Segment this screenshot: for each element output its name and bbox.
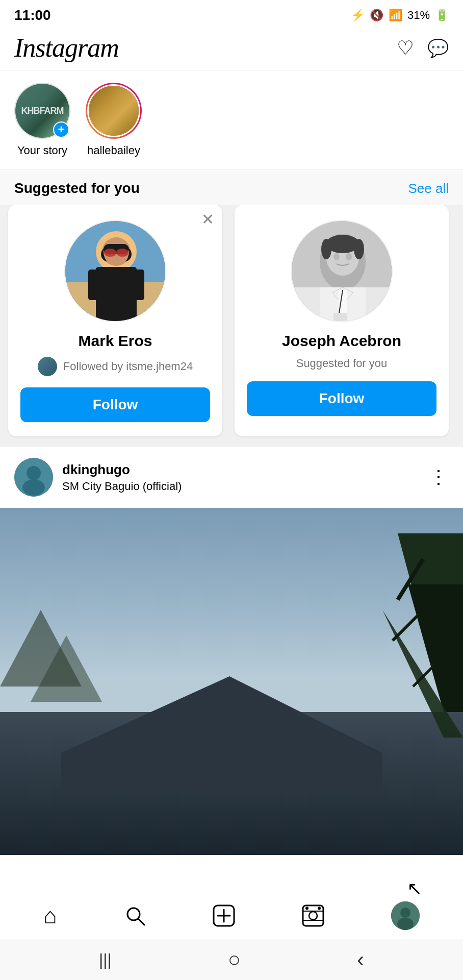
svg-rect-3 [96, 267, 137, 322]
follow-mark-eros-button[interactable]: Follow [20, 387, 210, 422]
hallebailey-label: hallebailey [87, 144, 140, 157]
post-more-button[interactable]: ⋮ [429, 467, 449, 488]
add-svg [213, 904, 235, 927]
app-header: Instagram ♡ 💬 [0, 28, 463, 70]
reels-svg [302, 904, 324, 927]
suggested-header: Suggested for you See all [0, 170, 463, 205]
post-user-info: dkinghugo SM City Baguio (official) [62, 462, 182, 493]
hallebailey-avatar-inner [87, 84, 140, 137]
hallebailey-avatar-wrapper [86, 83, 142, 139]
battery-icon: 🔋 [435, 9, 449, 22]
svg-point-55 [397, 918, 414, 930]
svg-line-43 [138, 919, 144, 925]
svg-point-10 [104, 249, 116, 257]
mark-eros-followed-by-row: Followed by itsme.jhem24 [38, 357, 193, 376]
svg-point-20 [333, 253, 340, 260]
svg-point-18 [321, 239, 331, 259]
nav-add-icon[interactable] [213, 904, 235, 927]
svg-point-21 [346, 253, 352, 260]
svg-point-29 [22, 479, 45, 496]
svg-point-52 [318, 907, 321, 910]
joseph-acebron-svg [292, 221, 393, 322]
profile-avatar-svg [391, 901, 420, 930]
android-nav-bar: ||| ○ ‹ [0, 939, 463, 980]
post-location: SM City Baguio (official) [62, 480, 182, 493]
messenger-icon[interactable]: 💬 [427, 38, 449, 58]
post-avatar [14, 458, 53, 497]
close-card-mark-eros[interactable]: ✕ [201, 212, 214, 227]
mark-eros-avatar-image [65, 221, 165, 321]
nav-home-icon[interactable]: ⌂ [43, 903, 57, 928]
joseph-acebron-name: Joseph Acebron [282, 332, 401, 350]
android-recents-btn[interactable]: ||| [99, 950, 112, 969]
svg-rect-26 [333, 313, 347, 322]
suggestion-card-joseph-acebron: Joseph Acebron Suggested for you Follow [235, 205, 449, 436]
wifi-icon: 📶 [389, 9, 402, 22]
post-username: dkinghugo [62, 462, 182, 478]
hallebailey-avatar-image [89, 86, 139, 136]
android-home-btn[interactable]: ○ [228, 947, 241, 972]
bluetooth-icon: ⚡ [351, 9, 365, 22]
mark-eros-followed-text: Followed by itsme.jhem24 [63, 360, 193, 373]
app-logo: Instagram [14, 33, 119, 63]
your-story-label: Your story [17, 144, 67, 157]
android-back-btn[interactable]: ‹ [357, 947, 364, 972]
svg-point-19 [354, 239, 364, 259]
nav-profile-icon[interactable] [391, 901, 420, 930]
svg-point-28 [27, 466, 41, 480]
post-avatar-image [14, 458, 53, 497]
header-actions: ♡ 💬 [397, 37, 449, 59]
mark-eros-name: Mark Eros [78, 332, 152, 350]
svg-point-54 [400, 908, 410, 918]
status-icons: ⚡ 🔇 📶 31% 🔋 [351, 9, 449, 22]
mark-eros-svg [65, 221, 166, 322]
post-header: dkinghugo SM City Baguio (official) ⋮ [0, 447, 463, 508]
nav-search-icon[interactable] [124, 904, 146, 927]
followed-by-avatar [38, 357, 57, 376]
story-ring [86, 83, 142, 139]
post-user: dkinghugo SM City Baguio (official) [14, 458, 182, 497]
status-time: 11:00 [14, 7, 51, 23]
svg-rect-9 [134, 270, 144, 300]
joseph-acebron-avatar [291, 220, 393, 322]
bottom-nav: ⌂ [0, 892, 463, 939]
story-item-hallebailey[interactable]: hallebailey [86, 83, 142, 157]
joseph-acebron-avatar-image [292, 221, 392, 321]
add-story-button[interactable]: + [53, 121, 69, 138]
svg-point-48 [309, 912, 317, 920]
heart-icon[interactable]: ♡ [397, 37, 414, 59]
battery-text: 31% [407, 9, 430, 22]
search-svg [124, 904, 146, 927]
follow-joseph-acebron-button[interactable]: Follow [247, 381, 436, 416]
suggested-cards: ✕ [0, 205, 463, 447]
suggestion-card-mark-eros: ✕ [8, 205, 222, 436]
nav-reels-icon[interactable] [302, 904, 324, 927]
post-image [0, 508, 463, 855]
stories-section: KHBFARM + Your story hallebailey [0, 70, 463, 170]
status-bar: 11:00 ⚡ 🔇 📶 31% 🔋 [0, 0, 463, 28]
svg-rect-33 [61, 753, 382, 794]
your-story-avatar-wrapper: KHBFARM + [14, 83, 70, 139]
svg-rect-8 [88, 270, 98, 300]
post-image-svg [0, 508, 463, 855]
story-item-your-story[interactable]: KHBFARM + Your story [14, 83, 70, 157]
svg-point-51 [305, 907, 308, 910]
mark-eros-avatar [64, 220, 166, 322]
mute-icon: 🔇 [370, 9, 383, 22]
joseph-acebron-suggested-text: Suggested for you [296, 357, 388, 370]
suggested-title: Suggested for you [14, 180, 140, 197]
svg-point-11 [116, 249, 128, 257]
see-all-link[interactable]: See all [408, 181, 449, 197]
